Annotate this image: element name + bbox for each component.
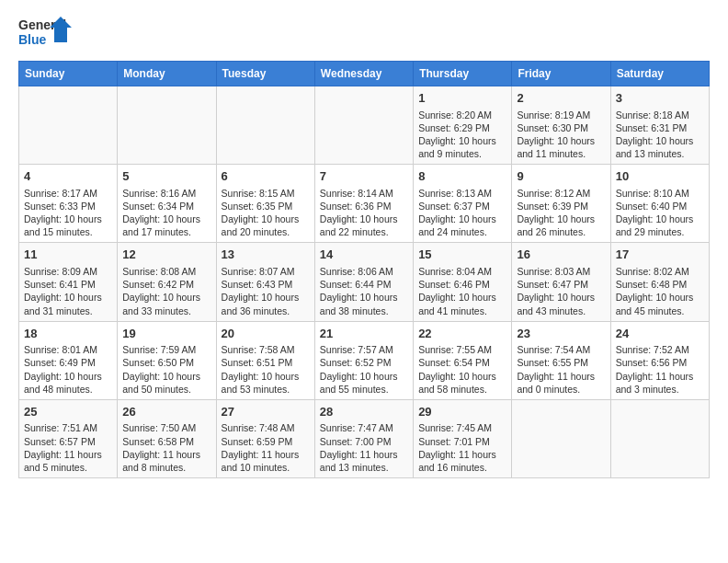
calendar-cell: 7Sunrise: 8:14 AM Sunset: 6:36 PM Daylig… <box>314 165 413 243</box>
day-info: Sunrise: 7:51 AM Sunset: 6:57 PM Dayligh… <box>24 421 112 474</box>
day-number: 26 <box>122 404 210 420</box>
day-info: Sunrise: 8:20 AM Sunset: 6:29 PM Dayligh… <box>418 109 506 161</box>
calendar-cell: 22Sunrise: 7:55 AM Sunset: 6:54 PM Dayli… <box>414 321 512 399</box>
day-info: Sunrise: 8:15 AM Sunset: 6:35 PM Dayligh… <box>222 187 310 239</box>
day-number: 22 <box>418 326 506 342</box>
header-row: SundayMondayTuesdayWednesdayThursdayFrid… <box>19 62 710 86</box>
day-info: Sunrise: 8:09 AM Sunset: 6:41 PM Dayligh… <box>24 265 112 317</box>
calendar-cell: 21Sunrise: 7:57 AM Sunset: 6:52 PM Dayli… <box>314 321 413 399</box>
calendar-cell <box>19 86 118 165</box>
calendar-cell <box>118 86 216 165</box>
day-number: 17 <box>616 247 704 263</box>
week-row-5: 25Sunrise: 7:51 AM Sunset: 6:57 PM Dayli… <box>19 399 710 477</box>
calendar-cell: 28Sunrise: 7:47 AM Sunset: 7:00 PM Dayli… <box>314 399 413 477</box>
week-row-4: 18Sunrise: 8:01 AM Sunset: 6:49 PM Dayli… <box>19 321 710 399</box>
day-header-monday: Monday <box>118 62 216 86</box>
day-number: 20 <box>222 326 310 342</box>
calendar-cell: 24Sunrise: 7:52 AM Sunset: 6:56 PM Dayli… <box>610 321 709 399</box>
calendar-cell: 4Sunrise: 8:17 AM Sunset: 6:33 PM Daylig… <box>19 165 118 243</box>
day-header-tuesday: Tuesday <box>216 62 314 86</box>
day-info: Sunrise: 7:52 AM Sunset: 6:56 PM Dayligh… <box>616 343 704 396</box>
day-header-saturday: Saturday <box>610 62 709 86</box>
header: GeneralBlue <box>18 15 710 53</box>
day-info: Sunrise: 7:45 AM Sunset: 7:01 PM Dayligh… <box>418 421 506 474</box>
day-number: 9 <box>517 168 605 185</box>
day-info: Sunrise: 8:18 AM Sunset: 6:31 PM Dayligh… <box>616 109 704 161</box>
logo: GeneralBlue <box>18 15 74 53</box>
week-row-1: 1Sunrise: 8:20 AM Sunset: 6:29 PM Daylig… <box>19 86 710 165</box>
day-header-friday: Friday <box>512 62 610 86</box>
calendar-cell: 11Sunrise: 8:09 AM Sunset: 6:41 PM Dayli… <box>19 243 118 321</box>
day-number: 21 <box>320 326 408 342</box>
day-info: Sunrise: 8:13 AM Sunset: 6:37 PM Dayligh… <box>418 187 506 239</box>
day-info: Sunrise: 7:59 AM Sunset: 6:50 PM Dayligh… <box>122 343 210 396</box>
day-number: 15 <box>418 247 506 263</box>
calendar-cell: 8Sunrise: 8:13 AM Sunset: 6:37 PM Daylig… <box>414 165 512 243</box>
calendar-cell: 26Sunrise: 7:50 AM Sunset: 6:58 PM Dayli… <box>118 399 216 477</box>
day-info: Sunrise: 8:04 AM Sunset: 6:46 PM Dayligh… <box>418 265 506 317</box>
calendar-cell <box>512 399 610 477</box>
day-info: Sunrise: 7:58 AM Sunset: 6:51 PM Dayligh… <box>222 343 310 396</box>
day-number: 6 <box>222 168 310 185</box>
day-info: Sunrise: 7:55 AM Sunset: 6:54 PM Dayligh… <box>418 343 506 396</box>
day-info: Sunrise: 7:54 AM Sunset: 6:55 PM Dayligh… <box>517 343 605 396</box>
day-number: 1 <box>418 90 506 107</box>
day-info: Sunrise: 8:07 AM Sunset: 6:43 PM Dayligh… <box>222 265 310 317</box>
day-header-thursday: Thursday <box>414 62 512 86</box>
calendar-cell: 6Sunrise: 8:15 AM Sunset: 6:35 PM Daylig… <box>216 165 314 243</box>
day-number: 8 <box>418 168 506 185</box>
day-number: 28 <box>320 404 408 420</box>
calendar-cell: 15Sunrise: 8:04 AM Sunset: 6:46 PM Dayli… <box>414 243 512 321</box>
logo-svg: GeneralBlue <box>18 15 74 53</box>
day-number: 7 <box>320 168 408 185</box>
svg-text:Blue: Blue <box>18 32 47 47</box>
calendar-cell <box>216 86 314 165</box>
day-number: 29 <box>418 404 506 420</box>
week-row-3: 11Sunrise: 8:09 AM Sunset: 6:41 PM Dayli… <box>19 243 710 321</box>
calendar-cell: 14Sunrise: 8:06 AM Sunset: 6:44 PM Dayli… <box>314 243 413 321</box>
day-number: 19 <box>122 326 210 342</box>
calendar-cell: 23Sunrise: 7:54 AM Sunset: 6:55 PM Dayli… <box>512 321 610 399</box>
calendar-cell: 18Sunrise: 8:01 AM Sunset: 6:49 PM Dayli… <box>19 321 118 399</box>
calendar-cell: 2Sunrise: 8:19 AM Sunset: 6:30 PM Daylig… <box>512 86 610 165</box>
day-number: 10 <box>616 168 704 185</box>
day-info: Sunrise: 8:01 AM Sunset: 6:49 PM Dayligh… <box>24 343 112 396</box>
calendar-header: SundayMondayTuesdayWednesdayThursdayFrid… <box>19 62 710 86</box>
day-number: 13 <box>222 247 310 263</box>
calendar-cell <box>610 399 709 477</box>
day-number: 12 <box>122 247 210 263</box>
calendar-cell: 5Sunrise: 8:16 AM Sunset: 6:34 PM Daylig… <box>118 165 216 243</box>
calendar-cell: 16Sunrise: 8:03 AM Sunset: 6:47 PM Dayli… <box>512 243 610 321</box>
calendar-cell: 13Sunrise: 8:07 AM Sunset: 6:43 PM Dayli… <box>216 243 314 321</box>
calendar-cell: 12Sunrise: 8:08 AM Sunset: 6:42 PM Dayli… <box>118 243 216 321</box>
day-info: Sunrise: 8:02 AM Sunset: 6:48 PM Dayligh… <box>616 265 704 317</box>
calendar-table: SundayMondayTuesdayWednesdayThursdayFrid… <box>18 61 710 478</box>
day-info: Sunrise: 8:16 AM Sunset: 6:34 PM Dayligh… <box>122 187 210 239</box>
day-info: Sunrise: 7:50 AM Sunset: 6:58 PM Dayligh… <box>122 421 210 474</box>
calendar-cell: 25Sunrise: 7:51 AM Sunset: 6:57 PM Dayli… <box>19 399 118 477</box>
calendar-cell: 3Sunrise: 8:18 AM Sunset: 6:31 PM Daylig… <box>610 86 709 165</box>
day-number: 3 <box>616 90 704 107</box>
calendar-cell: 10Sunrise: 8:10 AM Sunset: 6:40 PM Dayli… <box>610 165 709 243</box>
calendar-cell <box>314 86 413 165</box>
day-number: 4 <box>24 168 112 185</box>
day-info: Sunrise: 8:08 AM Sunset: 6:42 PM Dayligh… <box>122 265 210 317</box>
day-number: 25 <box>24 404 112 420</box>
day-number: 27 <box>222 404 310 420</box>
day-info: Sunrise: 8:17 AM Sunset: 6:33 PM Dayligh… <box>24 187 112 239</box>
day-number: 24 <box>616 326 704 342</box>
day-number: 11 <box>24 247 112 263</box>
day-number: 16 <box>517 247 605 263</box>
day-number: 23 <box>517 326 605 342</box>
calendar-cell: 9Sunrise: 8:12 AM Sunset: 6:39 PM Daylig… <box>512 165 610 243</box>
day-info: Sunrise: 8:10 AM Sunset: 6:40 PM Dayligh… <box>616 187 704 239</box>
calendar-cell: 19Sunrise: 7:59 AM Sunset: 6:50 PM Dayli… <box>118 321 216 399</box>
day-header-sunday: Sunday <box>19 62 118 86</box>
day-info: Sunrise: 8:12 AM Sunset: 6:39 PM Dayligh… <box>517 187 605 239</box>
week-row-2: 4Sunrise: 8:17 AM Sunset: 6:33 PM Daylig… <box>19 165 710 243</box>
calendar-body: 1Sunrise: 8:20 AM Sunset: 6:29 PM Daylig… <box>19 86 710 478</box>
day-info: Sunrise: 8:19 AM Sunset: 6:30 PM Dayligh… <box>517 109 605 161</box>
calendar-cell: 27Sunrise: 7:48 AM Sunset: 6:59 PM Dayli… <box>216 399 314 477</box>
day-info: Sunrise: 8:14 AM Sunset: 6:36 PM Dayligh… <box>320 187 408 239</box>
calendar-cell: 20Sunrise: 7:58 AM Sunset: 6:51 PM Dayli… <box>216 321 314 399</box>
